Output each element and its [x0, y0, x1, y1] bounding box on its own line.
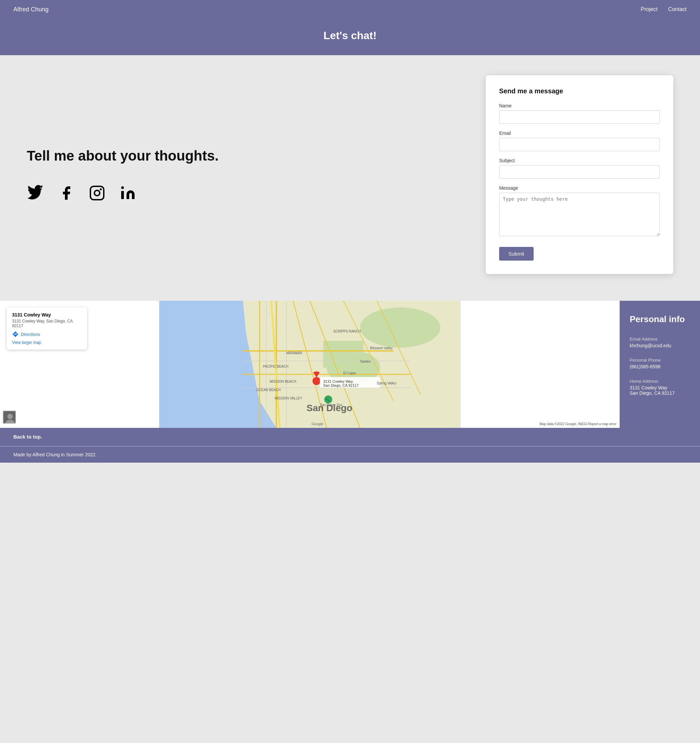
footer-credit-text: Made by Alfred Chung in Summer 2022.: [13, 452, 687, 457]
directions-row: Directions: [12, 331, 82, 337]
subject-group: Subject: [499, 158, 660, 179]
tagline: Tell me about your thoughts.: [27, 148, 472, 164]
back-to-top-link[interactable]: Back to top.: [13, 434, 42, 440]
svg-rect-0: [90, 186, 104, 200]
footer-credit: Made by Alfred Chung in Summer 2022.: [0, 446, 700, 463]
svg-text:Spring Valley: Spring Valley: [377, 381, 396, 385]
svg-text:MISSION BEACH: MISSION BEACH: [270, 380, 296, 383]
svg-text:Blossom Valley: Blossom Valley: [370, 346, 393, 350]
svg-text:3131 Cowley Way,: 3131 Cowley Way,: [323, 379, 353, 383]
linkedin-icon[interactable]: [119, 184, 136, 202]
address-info-value: 3131 Cowley WaySan Diego, CA 92117: [630, 385, 690, 396]
phone-info-item: Personal Phone (661)585-6598: [630, 358, 690, 369]
svg-point-1: [94, 190, 100, 196]
map-address-title: 3131 Cowley Way: [12, 312, 82, 317]
facebook-icon[interactable]: [58, 184, 75, 202]
svg-text:SCRIPPS RANCH: SCRIPPS RANCH: [334, 330, 361, 333]
svg-text:El Cajon: El Cajon: [344, 372, 356, 375]
submit-button[interactable]: Submit: [499, 247, 534, 260]
map-svg: 3131 Cowley Way, San Diego, CA 92117 San…: [0, 301, 620, 428]
directions-link[interactable]: Directions: [21, 332, 40, 337]
phone-info-value: (661)585-6598: [630, 364, 690, 369]
contact-form-card: Send me a message Name Email Subject Mes…: [486, 75, 673, 274]
email-link[interactable]: khchung@ucsd.edu: [630, 343, 671, 348]
name-group: Name: [499, 103, 660, 124]
address-info-item: Home Address 3131 Cowley WaySan Diego, C…: [630, 379, 690, 396]
map-address-sub: 3131 Cowley Way, San Diego, CA 92117: [12, 319, 82, 328]
svg-text:OCEAN BEACH: OCEAN BEACH: [257, 388, 281, 392]
social-icons: [27, 184, 472, 202]
svg-text:San Diego Zoo: San Diego Zoo: [320, 403, 343, 407]
svg-text:MISSION VALLEY: MISSION VALLEY: [275, 397, 302, 400]
svg-rect-3: [121, 191, 124, 199]
brand-link[interactable]: Alfred Chung: [13, 6, 49, 13]
svg-point-43: [7, 414, 13, 419]
navbar: Alfred Chung Project Contact: [0, 0, 700, 19]
left-section: Tell me about your thoughts.: [27, 75, 472, 274]
nav-links: Project Contact: [641, 6, 687, 12]
email-group: Email: [499, 130, 660, 151]
hero-header: Let's chat!: [0, 19, 700, 55]
phone-info-label: Personal Phone: [630, 358, 690, 363]
email-info-label: Email Address: [630, 336, 690, 342]
twitter-icon[interactable]: [27, 184, 44, 202]
footer: Back to top. Made by Alfred Chung in Sum…: [0, 428, 700, 463]
nav-project[interactable]: Project: [641, 6, 657, 12]
message-label: Message: [499, 185, 660, 191]
map-info-box: 3131 Cowley Way 3131 Cowley Way, San Die…: [7, 308, 87, 349]
svg-point-2: [100, 188, 102, 190]
message-group: Message: [499, 185, 660, 238]
svg-text:PACIFIC BEACH: PACIFIC BEACH: [263, 365, 289, 368]
svg-point-4: [121, 186, 124, 189]
email-label: Email: [499, 130, 660, 136]
form-title: Send me a message: [499, 87, 660, 95]
back-to-top: Back to top.: [0, 428, 700, 446]
svg-rect-9: [323, 341, 363, 368]
svg-text:Santee: Santee: [360, 360, 371, 363]
map-avatar: [3, 410, 16, 424]
phone-link[interactable]: (661)585-6598: [630, 364, 660, 369]
map-section: 3131 Cowley Way, San Diego, CA 92117 San…: [0, 301, 700, 428]
svg-text:San Diego, CA 92117: San Diego, CA 92117: [323, 383, 359, 388]
email-info-item: Email Address khchung@ucsd.edu: [630, 336, 690, 348]
instagram-icon[interactable]: [88, 184, 106, 202]
svg-point-23: [313, 377, 321, 385]
main-content: Tell me about your thoughts.: [0, 55, 700, 301]
map-container: 3131 Cowley Way, San Diego, CA 92117 San…: [0, 301, 620, 428]
directions-icon: [12, 331, 19, 337]
email-input[interactable]: [499, 138, 660, 151]
svg-point-7: [360, 308, 440, 348]
subject-label: Subject: [499, 158, 660, 163]
address-info-label: Home Address: [630, 379, 690, 384]
view-larger-link[interactable]: View larger map: [12, 340, 82, 345]
name-label: Name: [499, 103, 660, 108]
nav-contact[interactable]: Contact: [668, 6, 687, 12]
subject-input[interactable]: [499, 165, 660, 179]
hero-title: Let's chat!: [0, 30, 700, 42]
personal-info: Personal info Email Address khchung@ucsd…: [620, 301, 700, 428]
email-info-value: khchung@ucsd.edu: [630, 343, 690, 348]
svg-text:Google: Google: [311, 422, 323, 426]
personal-info-title: Personal info: [630, 314, 690, 324]
svg-text:🐾: 🐾: [326, 398, 330, 402]
map-attribution: Map data ©2022 Google, INEGI Report a ma…: [540, 422, 616, 426]
name-input[interactable]: [499, 110, 660, 124]
svg-text:MIRAMAR: MIRAMAR: [286, 351, 302, 355]
message-textarea[interactable]: [499, 193, 660, 236]
